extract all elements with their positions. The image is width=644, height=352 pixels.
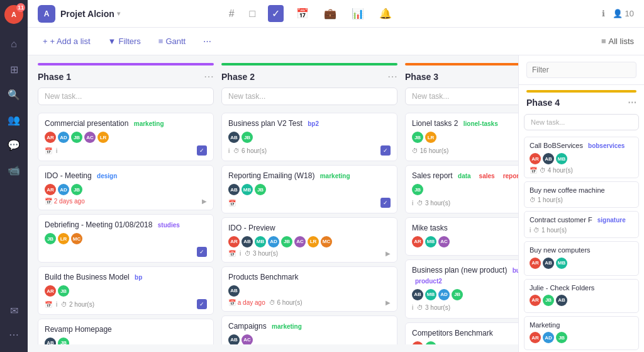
phase4-card[interactable]: Contract customer F signaturei⏱ 1 hour(s… bbox=[524, 211, 639, 238]
card-title: IDO - Preview bbox=[228, 223, 391, 234]
task-card[interactable]: Sales report datasalesreportJBi⏱ 3 hour(… bbox=[405, 165, 518, 213]
sidebar-home-icon[interactable]: ⌂ bbox=[3, 33, 25, 55]
task-card[interactable]: IDO - PreviewARABMBADJBACLRMC📅i⏱ 3 hour(… bbox=[221, 217, 397, 263]
add-list-button[interactable]: + + Add a list bbox=[38, 34, 96, 48]
sidebar-grid-icon[interactable]: ⊞ bbox=[3, 58, 25, 81]
nav-calendar-icon[interactable]: 📅 bbox=[294, 5, 311, 22]
check-icon[interactable]: ✓ bbox=[197, 247, 207, 257]
sidebar-search-icon[interactable]: 🔍 bbox=[3, 83, 25, 106]
task-card[interactable]: IDO - Meeting designARADJB📅 2 days ago▶ bbox=[38, 165, 214, 210]
check-icon[interactable]: ✓ bbox=[197, 299, 207, 309]
user-count[interactable]: 👤 10 bbox=[613, 9, 634, 18]
avatar: AB bbox=[543, 258, 554, 269]
check-icon[interactable]: ✓ bbox=[380, 145, 391, 156]
arrow-icon[interactable]: ▶ bbox=[386, 299, 391, 306]
new-task-input[interactable]: New task... bbox=[38, 88, 214, 105]
avatar[interactable]: A 11 bbox=[4, 5, 23, 24]
avatar: JB bbox=[412, 184, 423, 195]
nav-bell-icon[interactable]: 🔔 bbox=[377, 5, 394, 22]
task-card[interactable]: Commercial presentation marketingARADJBA… bbox=[38, 113, 214, 161]
avatar: AC bbox=[438, 236, 450, 247]
nav-chart-icon[interactable]: 📊 bbox=[349, 5, 367, 22]
new-task-input[interactable]: New task... bbox=[405, 88, 518, 105]
task-card[interactable]: Build the Business Model bpARJB📅i⏱ 2 hou… bbox=[38, 266, 214, 315]
filters-button[interactable]: ▼ Filters bbox=[103, 34, 146, 48]
avatar: AB bbox=[412, 289, 423, 300]
task-card[interactable]: Products BenchmarkAB📅 a day ago⏱ 6 hour(… bbox=[221, 266, 397, 312]
task-card[interactable]: Revamp HomepageABJB📅 2 days ago bbox=[38, 319, 214, 344]
info-icon[interactable]: ℹ bbox=[602, 9, 605, 18]
nav-doc-icon[interactable]: □ bbox=[247, 6, 258, 22]
task-card[interactable]: Business plan V2 Test bp2ABJBi⏱ 6 hour(s… bbox=[221, 113, 397, 161]
meta-item: i bbox=[56, 147, 57, 154]
avatar: MB bbox=[242, 184, 253, 195]
card-avatars: ABMBJB bbox=[228, 184, 391, 195]
card-tag: data bbox=[455, 171, 474, 181]
card-tag: marketing bbox=[269, 322, 305, 332]
new-task-input[interactable]: New task... bbox=[221, 88, 397, 105]
check-icon[interactable]: ✓ bbox=[380, 198, 391, 208]
phase4-menu[interactable]: ⋯ bbox=[628, 98, 636, 108]
avatar: AB bbox=[45, 338, 56, 344]
avatar: AR bbox=[412, 236, 423, 247]
card-avatars: JBLR bbox=[412, 132, 518, 143]
card-title: Products Benchmark bbox=[228, 272, 391, 283]
phase4-card[interactable]: Buy new coffee machine⏱ 1 hour(s) bbox=[524, 181, 639, 208]
avatar: JB bbox=[412, 132, 423, 143]
filter-input[interactable] bbox=[526, 62, 636, 78]
sidebar-more-icon[interactable]: ⋯ bbox=[3, 323, 25, 346]
task-card[interactable]: Business plan (new product) business pla… bbox=[405, 259, 518, 319]
avatar: MC bbox=[321, 236, 332, 247]
meta-item: ⏱ 1 hour(s) bbox=[530, 196, 563, 203]
sidebar-video-icon[interactable]: 📹 bbox=[3, 159, 25, 181]
avatar: JB bbox=[71, 132, 82, 143]
check-icon[interactable]: ✓ bbox=[197, 145, 207, 156]
column-menu-button[interactable]: ⋯ bbox=[204, 71, 214, 82]
avatar: JB bbox=[255, 184, 266, 195]
phase4-card[interactable]: Julie - Check FoldersARJBAB bbox=[524, 279, 639, 313]
avatar: MB bbox=[556, 153, 567, 164]
card-title: Build the Business Model bp bbox=[45, 272, 207, 283]
avatar: LR bbox=[425, 132, 436, 143]
column-title: Phase 2 bbox=[221, 72, 255, 82]
task-card[interactable]: Debriefing - Meeting 01/08/2018 studiesJ… bbox=[38, 214, 214, 263]
left-sidebar: A 11 ⌂ ⊞ 🔍 👥 💬 📹 ✉ ⋯ bbox=[0, 0, 28, 352]
task-card[interactable]: Competitors BenchmarkARJB⏱ 9 hours ago✓▶ bbox=[405, 322, 518, 344]
column-bar bbox=[405, 63, 518, 65]
task-card[interactable]: Campaigns marketingABAC📅⏱ 5 hour(s)▶ bbox=[221, 315, 397, 344]
card-meta: 📅✓ bbox=[228, 198, 391, 208]
phase4-card[interactable]: Call BoBServices bobservicesARABMB📅⏱ 4 h… bbox=[524, 137, 639, 178]
card-avatars: ABMBADJB bbox=[412, 289, 518, 300]
project-name[interactable]: Projet Alcion ▾ bbox=[60, 9, 120, 19]
all-lists-button[interactable]: ≡ All lists bbox=[601, 37, 634, 46]
avatar: LR bbox=[58, 233, 69, 244]
column-header: Phase 2 ⋯ bbox=[221, 71, 397, 82]
avatar: MB bbox=[556, 258, 567, 269]
nav-briefcase-icon[interactable]: 💼 bbox=[321, 5, 339, 22]
nav-hash-icon[interactable]: # bbox=[226, 6, 237, 22]
nav-icons: # □ ✓ 📅 💼 📊 🔔 bbox=[226, 5, 395, 22]
phase4-new-task[interactable]: New task... bbox=[524, 114, 639, 130]
task-card[interactable]: Mike tasksARMBAC bbox=[405, 217, 518, 256]
column-cards: New task...Lionel tasks 2 lionel-tasksJB… bbox=[405, 88, 518, 344]
card-avatars: AB bbox=[228, 285, 391, 297]
column-menu-button[interactable]: ⋯ bbox=[387, 71, 397, 82]
task-card[interactable]: Reporting Emailing (W18) marketingABMBJB… bbox=[221, 165, 397, 213]
arrow-icon[interactable]: ▶ bbox=[202, 198, 207, 205]
sidebar-mail-icon[interactable]: ✉ bbox=[3, 299, 25, 322]
card-tag: business plan bbox=[509, 266, 518, 276]
card-tag: product2 bbox=[412, 276, 445, 287]
gantt-button[interactable]: ≡ Gantt bbox=[153, 34, 191, 48]
task-card[interactable]: Lionel tasks 2 lionel-tasksJBLR⏱ 16 hour… bbox=[405, 113, 518, 161]
phase4-card[interactable]: Buy new computersARABMB bbox=[524, 241, 639, 275]
card-tag: marketing bbox=[131, 119, 167, 129]
card-title: Competitors Benchmark bbox=[412, 328, 518, 339]
phase4-header: Phase 4 ⋯ bbox=[519, 85, 644, 110]
more-options-button[interactable]: ⋯ bbox=[198, 34, 216, 48]
nav-check-icon[interactable]: ✓ bbox=[268, 5, 284, 22]
phase4-card[interactable]: MarketingARADJB bbox=[524, 316, 639, 350]
sidebar-users-icon[interactable]: 👥 bbox=[3, 108, 25, 131]
arrow-icon[interactable]: ▶ bbox=[386, 250, 391, 257]
sidebar-chat-icon[interactable]: 💬 bbox=[3, 133, 25, 156]
avatar: AB bbox=[228, 334, 240, 344]
